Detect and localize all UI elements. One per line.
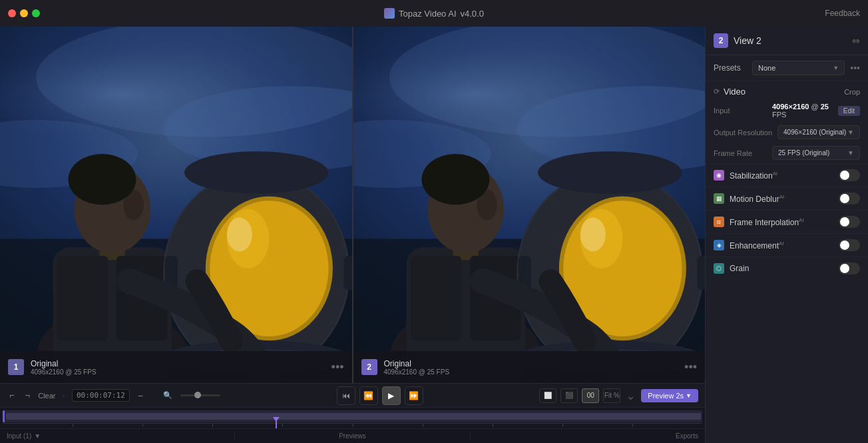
video-panels: 1 Original 4096x2160 @ 25 FPS •••: [0, 27, 705, 383]
app-title: Topaz Video AI v4.0.0: [384, 8, 484, 19]
clear-button[interactable]: Clear: [38, 392, 55, 400]
zoom-fit-button[interactable]: Fit %: [603, 388, 620, 403]
timeline-playhead: [276, 421, 277, 428]
panel-info-right: 2 Original 4096x2160 @ 25 FPS •••: [353, 351, 706, 383]
video-section-icon: ⟳: [714, 87, 720, 96]
svg-point-36: [421, 154, 489, 205]
output-resolution-row: Output Resolution 4096×2160 (Original) ▼: [706, 122, 868, 143]
presets-arrow-icon: ▼: [833, 65, 839, 71]
play-button[interactable]: ▶: [382, 386, 401, 405]
minimize-button[interactable]: [20, 9, 28, 17]
input-fps: 25: [821, 103, 829, 111]
input-label-text: Input (1): [7, 432, 31, 440]
video-section-header: ⟳ Video Crop: [706, 81, 868, 99]
presets-row: Presets None ▼ •••: [706, 55, 868, 81]
view-expand-button[interactable]: ⇔: [852, 35, 860, 46]
svg-point-19: [227, 218, 252, 252]
video-section-title: Video: [724, 87, 746, 97]
skip-back-button[interactable]: ⏮: [337, 386, 355, 405]
svg-rect-12: [57, 256, 108, 340]
svg-rect-24: [343, 256, 351, 290]
svg-rect-37: [410, 256, 461, 340]
edit-button[interactable]: Edit: [838, 106, 860, 116]
presets-label: Presets: [714, 63, 747, 73]
frame-rate-select[interactable]: 25 FPS (Original) ▼: [772, 146, 860, 160]
features-container: ◉ StabilizationAI ▦ Motion DeblurAI ⧈ Fr…: [706, 163, 868, 280]
maximize-button[interactable]: [32, 9, 40, 17]
zoom-slider[interactable]: [180, 394, 220, 396]
video-panel-left: 1 Original 4096x2160 @ 25 FPS •••: [0, 27, 353, 383]
previews-label-item[interactable]: Previews: [234, 432, 470, 440]
preview-button[interactable]: Preview 2s ▼: [641, 389, 698, 402]
presets-menu-button[interactable]: •••: [850, 63, 860, 73]
preview-label: Preview 2s: [648, 392, 684, 400]
video-panel-right: 2 Original 4096x2160 @ 25 FPS •••: [353, 27, 706, 383]
feature-label-2: Frame InterpolationAI: [730, 217, 833, 227]
feature-icon-4: ⬡: [714, 263, 724, 274]
feature-toggle-3[interactable]: [839, 239, 860, 251]
right-panel: 2 View 2 ⇔ Presets None ▼ ••• ⟳ Video Cr…: [705, 27, 868, 443]
timeline[interactable]: 00:00:00:00 00:00:15:18: [0, 408, 705, 428]
right-controls: ⬜ ⬛ 00 Fit % ⌄ Preview 2s ▼: [539, 388, 698, 403]
panel-label-group-left: Original 4096x2160 @ 25 FPS: [31, 359, 325, 376]
scene-svg-left: [0, 27, 352, 383]
crop-button[interactable]: Crop: [844, 88, 860, 96]
exports-label-text: Exports: [676, 432, 698, 440]
preview-chevron-icon: ▼: [686, 392, 692, 399]
panel-menu-right[interactable]: •••: [684, 360, 697, 374]
app-name-label: Topaz Video AI: [399, 9, 457, 19]
app-logo-icon: [384, 8, 395, 19]
feature-toggle-2[interactable]: [839, 216, 860, 228]
mark-in-button[interactable]: ⌐: [7, 389, 17, 402]
minus-button[interactable]: −: [135, 389, 146, 402]
output-resolution-value: 4096×2160 (Original): [783, 129, 846, 136]
panel-label-group-right: Original 4096x2160 @ 25 FPS: [384, 359, 678, 376]
feature-row-frame-interpolation: ⧈ Frame InterpolationAI: [706, 210, 868, 233]
view-split-button[interactable]: ⬛: [560, 388, 578, 403]
frame-rate-row: Frame Rate 25 FPS (Original) ▼: [706, 143, 868, 163]
panel-menu-left[interactable]: •••: [331, 360, 344, 374]
bottom-controls: ⌐ ¬ Clear · 00:00:07:12 − 🔍 ⏮ ⏪ ▶ ⏩: [0, 383, 705, 443]
mark-out-button[interactable]: ¬: [23, 389, 33, 402]
panel-label-title-left: Original: [31, 359, 325, 368]
zoom-out-button[interactable]: 🔍: [160, 390, 175, 401]
view-active-button[interactable]: 00: [582, 388, 599, 403]
output-resolution-select[interactable]: 4096×2160 (Original) ▼: [777, 125, 860, 139]
input-label-item[interactable]: Input (1) ▼: [0, 432, 234, 440]
feature-label-4: Grain: [730, 264, 833, 273]
feature-toggle-0[interactable]: [839, 169, 860, 181]
panel-label-sub-right: 4096x2160 @ 25 FPS: [384, 368, 678, 376]
previews-label-text: Previews: [339, 432, 366, 440]
feedback-button[interactable]: Feedback: [825, 9, 860, 18]
panel-info-left: 1 Original 4096x2160 @ 25 FPS •••: [0, 351, 352, 383]
feature-icon-2: ⧈: [714, 217, 724, 227]
step-back-button[interactable]: ⏪: [359, 386, 378, 405]
output-resolution-label: Output Resolution: [714, 129, 772, 137]
transport-buttons: ⏮ ⏪ ▶ ⏩: [337, 386, 423, 405]
svg-point-11: [68, 154, 136, 205]
frame-rate-value: 25 FPS (Original): [778, 149, 829, 157]
close-button[interactable]: [8, 9, 16, 17]
frame-rate-label: Frame Rate: [714, 149, 767, 157]
svg-point-44: [580, 218, 605, 252]
input-info-label: Input: [714, 107, 767, 115]
input-info-value: 4096×2160 @ 25 FPS: [772, 103, 833, 119]
timecode-display: 00:00:07:12: [72, 389, 130, 402]
feature-icon-0: ◉: [714, 170, 724, 181]
view-square-button[interactable]: ⬜: [539, 388, 556, 403]
feature-toggle-1[interactable]: [839, 193, 860, 205]
feature-toggle-4[interactable]: [839, 262, 860, 274]
panel-number-right: 2: [361, 359, 377, 375]
step-forward-button[interactable]: ⏩: [405, 386, 423, 405]
zoom-thumb: [194, 392, 201, 398]
view-number-badge: 2: [714, 33, 728, 48]
feature-row-grain: ⬡ Grain: [706, 256, 868, 280]
app-version-label: v4.0.0: [461, 9, 484, 19]
presets-select[interactable]: None ▼: [752, 61, 845, 75]
panel-number-left: 1: [8, 359, 24, 375]
frame-rate-arrow-icon: ▼: [847, 149, 854, 157]
panel-label-title-right: Original: [384, 359, 678, 368]
exports-label-item[interactable]: Exports: [471, 432, 705, 440]
panel-label-sub-left: 4096x2160 @ 25 FPS: [31, 368, 325, 376]
video-image-right: [353, 27, 706, 383]
